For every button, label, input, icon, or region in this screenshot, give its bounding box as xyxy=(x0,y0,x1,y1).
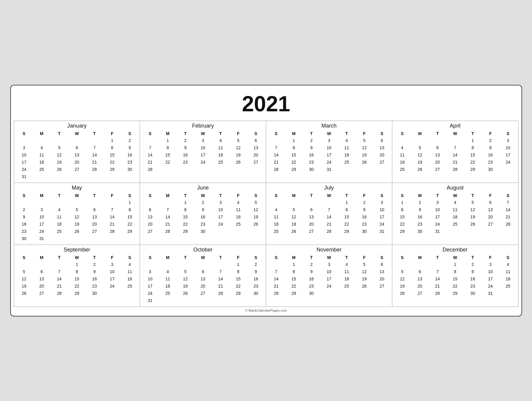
day-cell: 18 xyxy=(51,221,68,228)
day-cell xyxy=(320,199,338,206)
day-cell: 13 xyxy=(373,268,391,275)
day-cell: 3 xyxy=(499,137,517,144)
day-cell: 30 xyxy=(356,228,373,235)
day-cell xyxy=(212,228,229,235)
week-row: 3456789 xyxy=(15,144,139,151)
day-cell: 6 xyxy=(373,137,391,144)
day-cell xyxy=(247,297,265,304)
day-cell xyxy=(194,297,212,304)
week-row: 16171819202122 xyxy=(15,221,139,228)
day-cell: 23 xyxy=(481,159,499,166)
week-row: 567891011 xyxy=(15,268,139,275)
day-cell: 14 xyxy=(86,151,104,159)
day-cell: 20 xyxy=(429,159,446,166)
day-cell: 28 xyxy=(212,290,229,297)
day-cell: 24 xyxy=(15,166,33,173)
day-cell: 26 xyxy=(176,290,194,297)
day-cell: 4 xyxy=(212,137,229,144)
day-cell: 18 xyxy=(338,151,356,159)
day-cell xyxy=(394,137,411,144)
day-cell: 10 xyxy=(103,268,121,275)
day-header: S xyxy=(373,130,391,137)
day-cell: 16 xyxy=(176,151,194,159)
day-header: T xyxy=(51,254,68,261)
day-header: T xyxy=(86,254,104,261)
day-cell: 2 xyxy=(176,137,194,144)
day-header: W xyxy=(68,192,86,199)
day-cell: 7 xyxy=(429,268,446,275)
day-cell xyxy=(429,137,446,144)
day-cell: 15 xyxy=(338,213,356,221)
month-table: SMTWTFS123456789101112131415161718192021… xyxy=(15,192,139,242)
week-row: 12 xyxy=(141,261,265,268)
day-cell: 11 xyxy=(338,268,356,275)
day-cell: 27 xyxy=(373,282,391,290)
day-cell xyxy=(33,173,51,180)
day-cell: 1 xyxy=(103,137,121,144)
day-cell: 27 xyxy=(141,228,159,235)
week-row: 22232425262728 xyxy=(394,221,517,228)
day-cell xyxy=(68,137,86,144)
week-row: 24252627282930 xyxy=(15,166,139,173)
day-cell: 9 xyxy=(356,206,373,213)
day-header: F xyxy=(481,192,499,199)
day-cell: 15 xyxy=(285,151,303,159)
day-cell: 25 xyxy=(229,221,247,228)
day-cell: 11 xyxy=(267,213,285,221)
day-cell: 5 xyxy=(68,206,86,213)
day-header: T xyxy=(429,130,446,137)
day-cell: 30 xyxy=(15,235,33,242)
day-cell: 12 xyxy=(176,275,194,282)
day-cell: 13 xyxy=(303,213,320,221)
day-header: M xyxy=(159,130,177,137)
day-cell: 12 xyxy=(285,213,303,221)
day-cell xyxy=(411,137,429,144)
day-header: T xyxy=(338,130,356,137)
day-cell: 20 xyxy=(33,282,51,290)
day-cell: 1 xyxy=(229,261,247,268)
day-header: W xyxy=(68,254,86,261)
day-cell: 17 xyxy=(212,213,229,221)
day-cell: 23 xyxy=(86,282,104,290)
day-cell xyxy=(247,228,265,235)
day-cell: 15 xyxy=(103,151,121,159)
month-table: SMTWTFS123456789101112131415161718192021… xyxy=(141,192,265,235)
month-name: February xyxy=(141,123,265,130)
day-header: S xyxy=(15,254,33,261)
day-cell: 18 xyxy=(394,159,411,166)
day-cell: 2 xyxy=(464,261,482,268)
day-cell: 26 xyxy=(394,290,411,297)
day-cell: 12 xyxy=(68,213,86,221)
day-header: T xyxy=(212,192,229,199)
day-cell: 27 xyxy=(481,221,499,228)
day-cell: 30 xyxy=(411,228,429,235)
day-cell xyxy=(394,261,411,268)
day-header: M xyxy=(285,192,303,199)
month-cell-october: OctoberSMTWTFS12345678910111213141516171… xyxy=(140,245,266,307)
day-cell: 20 xyxy=(86,221,104,228)
day-cell: 6 xyxy=(141,206,159,213)
day-cell: 4 xyxy=(499,261,517,268)
day-header: M xyxy=(33,130,51,137)
day-cell: 8 xyxy=(285,144,303,151)
day-cell: 2 xyxy=(303,261,320,268)
day-cell: 9 xyxy=(176,144,194,151)
day-cell: 23 xyxy=(411,221,429,228)
day-cell: 15 xyxy=(394,213,411,221)
day-cell xyxy=(103,199,121,206)
day-cell: 17 xyxy=(429,213,446,221)
day-cell: 8 xyxy=(285,268,303,275)
day-cell xyxy=(247,166,265,173)
day-cell: 24 xyxy=(320,282,338,290)
month-cell-november: NovemberSMTWTFS1234567891011121314151617… xyxy=(266,245,392,307)
day-cell: 23 xyxy=(356,221,373,228)
day-header: T xyxy=(51,192,68,199)
day-cell: 18 xyxy=(338,275,356,282)
month-cell-september: SeptemberSMTWTFS123456789101112131415161… xyxy=(14,245,140,307)
day-cell: 4 xyxy=(51,206,68,213)
day-cell: 21 xyxy=(267,159,285,166)
day-cell: 29 xyxy=(121,228,139,235)
day-header: W xyxy=(446,130,464,137)
day-cell: 28 xyxy=(86,166,104,173)
day-cell: 13 xyxy=(194,275,212,282)
